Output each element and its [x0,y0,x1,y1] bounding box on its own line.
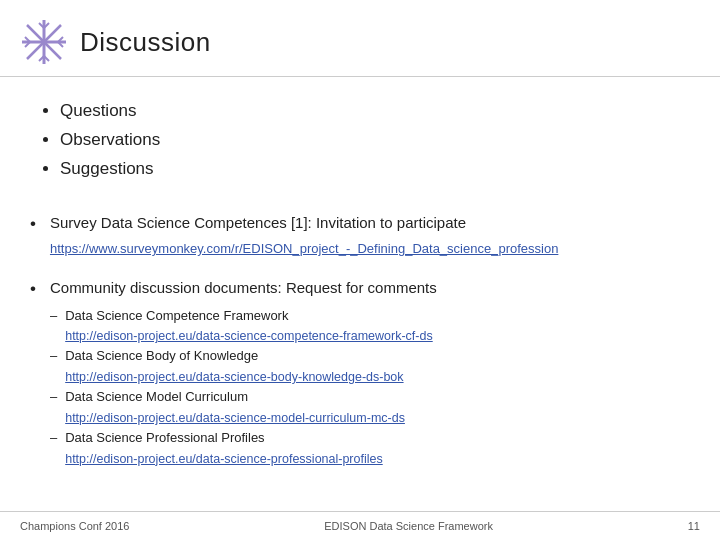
list-item-questions: Questions [60,97,690,126]
bullet-dot-2: • [30,279,36,299]
section-survey-content: Survey Data Science Competences [1]: Inv… [50,212,558,260]
sub-item-mc-content: Data Science Model Curriculum http://edi… [65,387,405,428]
dash-icon-1: – [50,306,57,327]
footer: Champions Conf 2016 EDISON Data Science … [0,511,720,540]
page-title: Discussion [80,27,211,58]
list-item-pp: – Data Science Professional Profiles htt… [50,428,437,469]
community-sub-list: – Data Science Competence Framework http… [50,306,437,469]
sub-item-mc-link[interactable]: http://edison-project.eu/data-science-mo… [65,408,405,428]
dash-icon-3: – [50,387,57,408]
intro-bullet-list: Questions Observations Suggestions [30,97,690,184]
list-item-bok: – Data Science Body of Knowledge http://… [50,346,437,387]
list-item-cf: – Data Science Competence Framework http… [50,306,437,347]
list-item-suggestions: Suggestions [60,155,690,184]
list-item-observations: Observations [60,126,690,155]
section-survey-title: Survey Data Science Competences [1]: Inv… [50,212,558,235]
sub-item-pp-label: Data Science Professional Profiles [65,428,383,449]
svg-point-12 [41,39,47,45]
footer-center: EDISON Data Science Framework [129,520,687,532]
sub-item-cf-link[interactable]: http://edison-project.eu/data-science-co… [65,326,433,346]
footer-left: Champions Conf 2016 [20,520,129,532]
sub-item-bok-label: Data Science Body of Knowledge [65,346,403,367]
main-content: Questions Observations Suggestions • Sur… [0,77,720,497]
section-community-title: Community discussion documents: Request … [50,277,437,300]
sub-item-pp-link[interactable]: http://edison-project.eu/data-science-pr… [65,449,383,469]
sub-item-cf-content: Data Science Competence Framework http:/… [65,306,433,347]
section-survey: • Survey Data Science Competences [1]: I… [30,212,690,260]
dash-icon-2: – [50,346,57,367]
sub-item-bok-content: Data Science Body of Knowledge http://ed… [65,346,403,387]
header: Discussion [0,0,720,77]
bullet-dot-1: • [30,214,36,234]
footer-page-number: 11 [688,520,700,532]
logo-icon [20,18,68,66]
list-item-mc: – Data Science Model Curriculum http://e… [50,387,437,428]
dash-icon-4: – [50,428,57,449]
sub-item-mc-label: Data Science Model Curriculum [65,387,405,408]
sub-item-cf-label: Data Science Competence Framework [65,306,433,327]
sub-item-pp-content: Data Science Professional Profiles http:… [65,428,383,469]
section-community: • Community discussion documents: Reques… [30,277,690,469]
section-survey-link[interactable]: https://www.surveymonkey.com/r/EDISON_pr… [50,241,558,256]
sub-item-bok-link[interactable]: http://edison-project.eu/data-science-bo… [65,367,403,387]
section-community-content: Community discussion documents: Request … [50,277,437,469]
